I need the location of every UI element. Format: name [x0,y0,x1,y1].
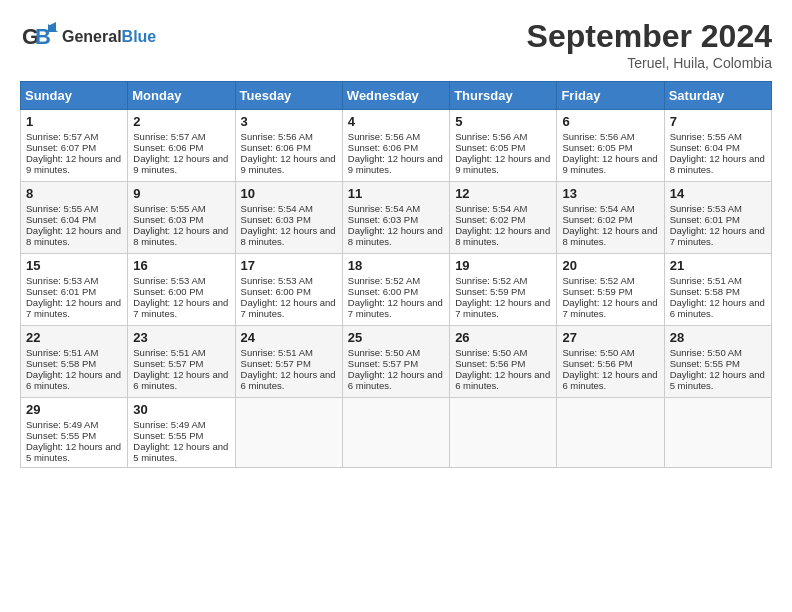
calendar-cell: 25 Sunrise: 5:50 AM Sunset: 5:57 PM Dayl… [342,326,449,398]
calendar-cell: 5 Sunrise: 5:56 AM Sunset: 6:05 PM Dayli… [450,110,557,182]
daylight-text: Daylight: 12 hours and 7 minutes. [241,297,336,319]
daylight-text: Daylight: 12 hours and 6 minutes. [348,369,443,391]
day-number: 29 [26,402,122,417]
sunset-text: Sunset: 6:03 PM [348,214,418,225]
day-number: 13 [562,186,658,201]
calendar-cell: 7 Sunrise: 5:55 AM Sunset: 6:04 PM Dayli… [664,110,771,182]
calendar-cell: 9 Sunrise: 5:55 AM Sunset: 6:03 PM Dayli… [128,182,235,254]
sunrise-text: Sunrise: 5:50 AM [670,347,742,358]
day-number: 15 [26,258,122,273]
logo-general: General [62,28,122,45]
calendar-cell: 23 Sunrise: 5:51 AM Sunset: 5:57 PM Dayl… [128,326,235,398]
daylight-text: Daylight: 12 hours and 6 minutes. [670,297,765,319]
logo-blue: Blue [122,28,157,45]
daylight-text: Daylight: 12 hours and 9 minutes. [133,153,228,175]
sunrise-text: Sunrise: 5:54 AM [241,203,313,214]
calendar-cell [235,398,342,468]
sunset-text: Sunset: 5:59 PM [455,286,525,297]
sunrise-text: Sunrise: 5:51 AM [241,347,313,358]
sunset-text: Sunset: 5:55 PM [670,358,740,369]
sunset-text: Sunset: 5:58 PM [670,286,740,297]
calendar-cell: 13 Sunrise: 5:54 AM Sunset: 6:02 PM Dayl… [557,182,664,254]
month-title: September 2024 [527,18,772,55]
sunrise-text: Sunrise: 5:57 AM [26,131,98,142]
header-friday: Friday [557,82,664,110]
sunrise-text: Sunrise: 5:53 AM [26,275,98,286]
calendar-cell: 14 Sunrise: 5:53 AM Sunset: 6:01 PM Dayl… [664,182,771,254]
sunset-text: Sunset: 5:57 PM [241,358,311,369]
calendar-cell: 10 Sunrise: 5:54 AM Sunset: 6:03 PM Dayl… [235,182,342,254]
calendar-cell: 28 Sunrise: 5:50 AM Sunset: 5:55 PM Dayl… [664,326,771,398]
day-number: 5 [455,114,551,129]
sunrise-text: Sunrise: 5:50 AM [455,347,527,358]
day-number: 2 [133,114,229,129]
sunrise-text: Sunrise: 5:56 AM [562,131,634,142]
day-number: 3 [241,114,337,129]
sunrise-text: Sunrise: 5:51 AM [670,275,742,286]
sunrise-text: Sunrise: 5:56 AM [455,131,527,142]
sunset-text: Sunset: 6:04 PM [26,214,96,225]
sunset-text: Sunset: 5:58 PM [26,358,96,369]
sunset-text: Sunset: 6:05 PM [455,142,525,153]
daylight-text: Daylight: 12 hours and 8 minutes. [241,225,336,247]
calendar-body: 1 Sunrise: 5:57 AM Sunset: 6:07 PM Dayli… [21,110,772,468]
day-number: 21 [670,258,766,273]
sunrise-text: Sunrise: 5:54 AM [455,203,527,214]
day-number: 9 [133,186,229,201]
daylight-text: Daylight: 12 hours and 7 minutes. [348,297,443,319]
title-area: September 2024 Teruel, Huila, Colombia [527,18,772,71]
sunrise-text: Sunrise: 5:52 AM [562,275,634,286]
day-number: 16 [133,258,229,273]
daylight-text: Daylight: 12 hours and 5 minutes. [670,369,765,391]
sunset-text: Sunset: 6:03 PM [133,214,203,225]
daylight-text: Daylight: 12 hours and 6 minutes. [562,369,657,391]
calendar-page: G B GeneralBlue September 2024 Teruel, H… [0,0,792,478]
sunrise-text: Sunrise: 5:49 AM [26,419,98,430]
day-number: 1 [26,114,122,129]
day-number: 4 [348,114,444,129]
sunset-text: Sunset: 6:00 PM [241,286,311,297]
sunset-text: Sunset: 6:06 PM [241,142,311,153]
sunrise-text: Sunrise: 5:50 AM [348,347,420,358]
daylight-text: Daylight: 12 hours and 9 minutes. [348,153,443,175]
daylight-text: Daylight: 12 hours and 9 minutes. [241,153,336,175]
sunrise-text: Sunrise: 5:54 AM [348,203,420,214]
sunset-text: Sunset: 5:56 PM [455,358,525,369]
calendar-cell: 27 Sunrise: 5:50 AM Sunset: 5:56 PM Dayl… [557,326,664,398]
calendar-cell: 24 Sunrise: 5:51 AM Sunset: 5:57 PM Dayl… [235,326,342,398]
day-number: 25 [348,330,444,345]
calendar-row: 29 Sunrise: 5:49 AM Sunset: 5:55 PM Dayl… [21,398,772,468]
day-number: 11 [348,186,444,201]
calendar-cell: 18 Sunrise: 5:52 AM Sunset: 6:00 PM Dayl… [342,254,449,326]
calendar-cell: 3 Sunrise: 5:56 AM Sunset: 6:06 PM Dayli… [235,110,342,182]
daylight-text: Daylight: 12 hours and 9 minutes. [455,153,550,175]
sunset-text: Sunset: 6:05 PM [562,142,632,153]
header-tuesday: Tuesday [235,82,342,110]
daylight-text: Daylight: 12 hours and 8 minutes. [133,225,228,247]
sunset-text: Sunset: 6:04 PM [670,142,740,153]
calendar-cell: 12 Sunrise: 5:54 AM Sunset: 6:02 PM Dayl… [450,182,557,254]
day-number: 18 [348,258,444,273]
day-number: 20 [562,258,658,273]
day-number: 26 [455,330,551,345]
header-sunday: Sunday [21,82,128,110]
header-saturday: Saturday [664,82,771,110]
calendar-row: 22 Sunrise: 5:51 AM Sunset: 5:58 PM Dayl… [21,326,772,398]
calendar-cell: 6 Sunrise: 5:56 AM Sunset: 6:05 PM Dayli… [557,110,664,182]
daylight-text: Daylight: 12 hours and 8 minutes. [670,153,765,175]
day-number: 23 [133,330,229,345]
daylight-text: Daylight: 12 hours and 6 minutes. [241,369,336,391]
sunrise-text: Sunrise: 5:50 AM [562,347,634,358]
daylight-text: Daylight: 12 hours and 6 minutes. [26,369,121,391]
sunset-text: Sunset: 6:03 PM [241,214,311,225]
day-number: 7 [670,114,766,129]
daylight-text: Daylight: 12 hours and 7 minutes. [455,297,550,319]
day-number: 17 [241,258,337,273]
sunset-text: Sunset: 6:00 PM [348,286,418,297]
daylight-text: Daylight: 12 hours and 5 minutes. [26,441,121,463]
calendar-row: 8 Sunrise: 5:55 AM Sunset: 6:04 PM Dayli… [21,182,772,254]
calendar-table: Sunday Monday Tuesday Wednesday Thursday… [20,81,772,468]
day-number: 30 [133,402,229,417]
day-number: 22 [26,330,122,345]
sunrise-text: Sunrise: 5:49 AM [133,419,205,430]
